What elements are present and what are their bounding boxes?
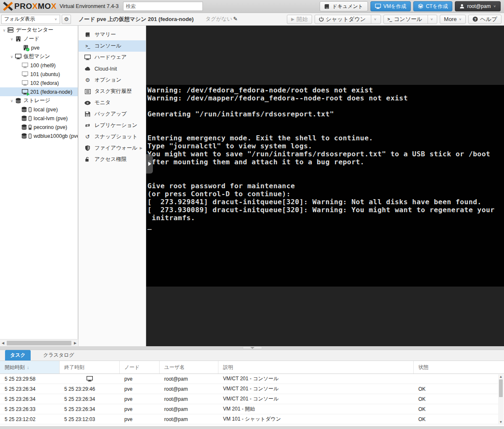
scroll-right-icon[interactable]: ▶: [72, 341, 78, 345]
tab-tasks[interactable]: タスク: [5, 350, 31, 361]
menu-item-permissions[interactable]: アクセス権限: [79, 154, 146, 165]
task-vertical-scrollbar[interactable]: ▲ ▼: [498, 374, 504, 425]
tree-item-storage-group[interactable]: ∨ ストレージ: [0, 96, 78, 105]
menu-item-console[interactable]: >_ コンソール: [79, 40, 146, 52]
column-header-user[interactable]: ユーザ名: [160, 361, 218, 374]
display-icon: [21, 80, 29, 86]
collapse-down-icon: [250, 347, 255, 349]
cloud-icon: [84, 66, 91, 71]
page-title: ノード pve 上の仮想マシン 201 (fedora-node): [79, 16, 194, 23]
menu-item-backup[interactable]: バックアップ: [79, 108, 146, 120]
create-vm-button[interactable]: VMを作成: [370, 1, 411, 11]
book-icon: [324, 4, 330, 9]
database-icon: [20, 133, 28, 139]
scroll-up-icon[interactable]: ▲: [499, 374, 503, 379]
console-line: Generating "/run/initramfs/rdsosreport.t…: [147, 110, 504, 118]
view-mode-select[interactable]: フォルダ表示 ∨: [1, 15, 60, 24]
expand-right-icon: [148, 162, 151, 166]
display-icon: [21, 71, 29, 77]
novnc-controlbar-handle[interactable]: [146, 154, 153, 174]
tree-item-vm-201[interactable]: 201 (fedora-node): [0, 87, 78, 96]
menu-item-hardware[interactable]: ハードウェア: [79, 52, 146, 63]
tree-item-vms-group[interactable]: ∨ 仮想マシン: [0, 52, 78, 61]
tree-item-storage-wdblue[interactable]: wdblue1000gb (pve: [0, 132, 78, 140]
menu-item-task-history[interactable]: タスク実行履歴: [79, 86, 146, 97]
submenu-arrow-icon: ▶: [140, 146, 142, 150]
console-line: [ 273.930089] dracut-initqueue[320]: War…: [147, 206, 504, 214]
tree-item-node-pve[interactable]: ✓ pve: [0, 43, 78, 52]
column-header-status[interactable]: 状態: [414, 361, 498, 374]
create-ct-button[interactable]: CTを作成: [413, 1, 452, 11]
tab-cluster-log[interactable]: クラスタログ: [38, 350, 79, 361]
column-header-start-time[interactable]: 開始時刻↓: [0, 361, 60, 374]
console-line: after mounting them and attach it to a b…: [147, 158, 504, 166]
menu-item-monitor[interactable]: モニタ: [79, 97, 146, 108]
task-table-header: 開始時刻↓ 終了時刻 ノード ユーザ名 説明 状態: [0, 361, 504, 374]
scrollbar-thumb[interactable]: [499, 379, 503, 397]
console-dropdown[interactable]: ∨: [428, 15, 433, 24]
tree-item-storage-pecorino[interactable]: pecorino (pve): [0, 123, 78, 132]
help-button[interactable]: ? ヘルプ: [468, 15, 501, 24]
running-play-badge: [27, 92, 30, 96]
column-header-node[interactable]: ノード: [120, 361, 160, 374]
task-row[interactable]: 5 25 23:26:34 5 25 23:29:46 pve root@pam…: [0, 384, 504, 394]
splitter-handle[interactable]: [243, 346, 262, 349]
menu-item-firewall[interactable]: ファイアウォール ▶: [79, 142, 146, 154]
menu-item-summary[interactable]: サマリー: [79, 29, 146, 40]
task-row[interactable]: 5 25 23:26:33 5 25 23:26:34 pve root@pam…: [0, 404, 504, 414]
console-line: (or press Control-D to continue):: [147, 190, 504, 198]
tree-settings-button[interactable]: ⚙: [62, 15, 71, 24]
user-menu-button[interactable]: root@pam ∨: [455, 1, 501, 11]
shutdown-button[interactable]: シャットダウン ∨: [315, 15, 381, 24]
console-line: Type "journalctl" to view system logs.: [147, 142, 504, 150]
resource-tree: ∨ データセンター ∨ ノード ✓ pve ∨ 仮想マシン 100 (rhel9…: [0, 26, 78, 346]
chevron-down-icon: ∨: [493, 5, 496, 8]
tree-item-vm-101[interactable]: 101 (ubuntu): [0, 70, 78, 79]
tree-item-vm-100[interactable]: 100 (rhel9): [0, 61, 78, 70]
scroll-left-icon[interactable]: ◀: [0, 341, 6, 345]
menu-item-options[interactable]: ⚙ オプション: [79, 74, 146, 86]
novnc-viewport[interactable]: Warning: /dev/fedora_fedora-node/root do…: [146, 26, 504, 346]
menu-item-snapshot[interactable]: ↺ スナップショット: [79, 131, 146, 142]
expander-icon[interactable]: ∨: [9, 37, 14, 41]
search-input[interactable]: [123, 2, 203, 11]
tree-item-storage-local[interactable]: local (pve): [0, 105, 78, 114]
console-active-icon: [87, 376, 93, 382]
more-button[interactable]: More ∨: [440, 15, 466, 24]
display-icon: [14, 54, 22, 59]
expander-icon[interactable]: ∨: [9, 99, 14, 103]
task-panel: タスク クラスタログ 開始時刻↓ 終了時刻 ノード ユーザ名 説明 状態 5 2…: [0, 350, 504, 426]
task-tabbar: タスク クラスタログ: [0, 350, 504, 361]
scrollbar-thumb[interactable]: [7, 341, 71, 345]
console-line: [147, 126, 504, 134]
column-header-description[interactable]: 説明: [218, 361, 414, 374]
database-icon: [20, 116, 28, 121]
task-row[interactable]: 5 25 23:29:58 pve root@pam VM/CT 201 - コ…: [0, 374, 504, 384]
tree-item-storage-local-lvm[interactable]: local-lvm (pve): [0, 114, 78, 123]
expander-icon[interactable]: ∨: [9, 55, 14, 59]
tree-horizontal-scrollbar[interactable]: ◀ ▶: [0, 339, 78, 346]
task-row-partial[interactable]: [0, 424, 504, 426]
expander-icon[interactable]: ∨: [2, 28, 7, 32]
menu-item-cloud-init[interactable]: Cloud-Init: [79, 63, 146, 74]
start-button[interactable]: ▶ 開始: [287, 15, 312, 24]
floppy-icon: [84, 111, 91, 117]
console-button[interactable]: >_ コンソール ∨: [383, 15, 438, 24]
tree-item-datacenter[interactable]: ∨ データセンター: [0, 26, 78, 34]
pencil-icon[interactable]: ✎: [233, 16, 237, 22]
console-line: [147, 166, 504, 174]
documentation-button[interactable]: ドキュメント: [320, 1, 368, 11]
vm-console-screen[interactable]: Warning: /dev/fedora_fedora-node/root do…: [146, 85, 504, 287]
task-row[interactable]: 5 25 23:12:02 5 25 23:12:03 pve root@pam…: [0, 414, 504, 424]
tree-item-nodes-group[interactable]: ∨ ノード: [0, 34, 78, 43]
panel-splitter[interactable]: [0, 346, 504, 350]
task-row[interactable]: 5 25 23:26:34 5 25 23:26:34 pve root@pam…: [0, 394, 504, 404]
node-online-icon: ✓: [22, 45, 29, 50]
column-header-end-time[interactable]: 終了時刻: [60, 361, 120, 374]
tree-item-vm-102[interactable]: 102 (fedora): [0, 79, 78, 87]
scroll-down-icon[interactable]: ▼: [499, 420, 503, 425]
shutdown-dropdown[interactable]: ∨: [371, 15, 377, 24]
menu-item-replication[interactable]: レプリケーション: [79, 120, 146, 131]
unlock-icon: [84, 157, 91, 162]
display-icon: [375, 4, 381, 9]
